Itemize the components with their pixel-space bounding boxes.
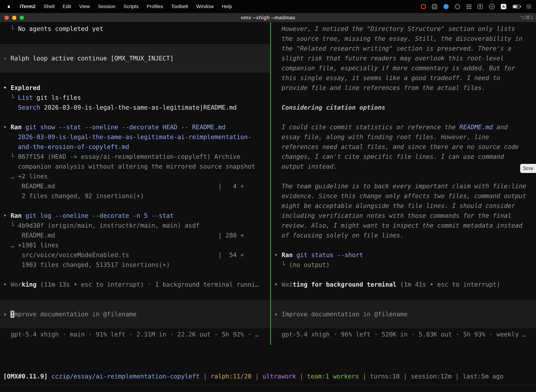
apple-menu-icon[interactable]	[6, 4, 12, 9]
text-cursor: I	[10, 311, 14, 318]
left-terminal-pane[interactable]: └ No agents completed yet› Ralph loop ac…	[0, 23, 270, 345]
text-segment: No agents completed yet	[18, 25, 103, 32]
menu-item-iterm2[interactable]: iTerm2	[20, 4, 36, 9]
blue-app-icon[interactable]	[444, 4, 449, 9]
menu-item-help[interactable]: Help	[222, 4, 232, 9]
text-segment: •	[274, 252, 282, 258]
terminal-line: companion file, especially if more comme…	[271, 63, 536, 73]
text-segment	[48, 373, 51, 380]
terminal-line	[271, 171, 536, 181]
stop-recording-icon[interactable]	[421, 4, 426, 9]
terminal-line: essay file, along with finding root file…	[271, 132, 536, 142]
charging-bolt-icon: ϟ	[513, 5, 520, 9]
menu-item-window[interactable]: Window	[196, 4, 214, 9]
text-segment: •	[3, 281, 10, 288]
right-pane-output: However, I noticed the "Directory Struct…	[271, 23, 536, 289]
terminal-line: 2 files changed, 92 insertions(+)	[0, 191, 270, 201]
menu-status-icons: 8.61Aϟ	[421, 4, 536, 9]
menu-item-view[interactable]: View	[79, 4, 90, 9]
right-input-line[interactable]: › Improve documentation in @filename	[271, 309, 408, 319]
text-segment: README.md	[459, 124, 493, 131]
terminal-line: › Improve documentation in @filename	[271, 309, 408, 319]
menu-item-shell[interactable]: Shell	[44, 4, 54, 9]
text-segment: The team guideline is to back every impo…	[274, 183, 526, 190]
omx-status-bar: [OMX#0.11.9] cczip/essay/ai-reimplementa…	[0, 367, 536, 385]
terminal-line: changes, I can't cite specific file line…	[271, 152, 536, 162]
text-segment: Wor	[10, 281, 22, 288]
terminal-line: Considering citation options	[271, 103, 536, 112]
text-segment: this single essay, it seems like a good …	[274, 75, 500, 81]
text-segment: 2026-03-09-is-legal-the-same-as-legitima…	[3, 134, 251, 140]
terminal-line: of focusing solely on file lines.	[271, 230, 536, 240]
terminal-line: might be acceptable alongside the file l…	[271, 201, 536, 211]
text-segment: session:12m	[411, 373, 452, 380]
key-8-icon[interactable]: 8	[478, 4, 483, 9]
terminal-line: this single essay, it seems like a good …	[271, 73, 536, 83]
text-segment: |	[296, 373, 307, 380]
terminal-line: companion analysis without altering the …	[0, 162, 270, 171]
apps-grid-icon[interactable]	[466, 4, 471, 9]
macos-menu-bar: iTerm2 ShellEditViewSessionScriptsProfil…	[0, 0, 536, 13]
text-segment: might be acceptable alongside the file l…	[274, 202, 515, 209]
terminal-line: and-the-erosion-of-copyleft.md	[0, 142, 270, 152]
text-segment: Ralph loop active continue [OMX_TMUX_INJ…	[10, 55, 174, 62]
terminal-line: └ 067f154 (HEAD -> essay/ai-reimplementa…	[0, 152, 270, 162]
terminal-line: 2026-03-09-is-legal-the-same-as-legitima…	[0, 132, 270, 142]
right-terminal-pane[interactable]: However, I noticed the "Directory Struct…	[271, 23, 536, 345]
text-segment: •	[3, 84, 10, 91]
text-segment: changes, I can't cite specific file line…	[274, 153, 504, 160]
terminal-line: • Ran git status --short	[271, 250, 536, 260]
text-segment: ralph:11/20	[211, 373, 251, 380]
battery-icon[interactable]: ϟ	[513, 5, 520, 9]
terminal-line	[0, 34, 270, 44]
text-segment: ›	[274, 311, 282, 318]
terminal-line: … +1901 lines	[0, 240, 270, 250]
terminal-line: I could cite commit statistics or refere…	[271, 122, 536, 132]
menu-item-profiles[interactable]: Profiles	[147, 4, 163, 9]
terminal-line: › Improve documentation in @filename	[0, 309, 137, 319]
menu-item-scripts[interactable]: Scripts	[124, 4, 139, 9]
text-segment: •	[3, 212, 10, 219]
terminal-line: └ 4b9d30f (origin/main, instructkr/main,…	[0, 221, 270, 230]
terminal-line	[0, 201, 270, 211]
terminal-line: review. Also, I might want to inspect th…	[271, 221, 536, 230]
text-segment: slight risk that future readers may over…	[274, 55, 504, 62]
text-segment: ultrawork	[263, 373, 296, 380]
text-segment: |	[452, 373, 463, 380]
window-title: omx --xhigh --madmax	[0, 13, 536, 23]
terminal-line: the "Related research writing" section i…	[271, 44, 536, 53]
screen-overlay-tab[interactable]: Scre	[520, 164, 536, 173]
terminal-line	[271, 270, 536, 280]
gauge-icon[interactable]: .61	[489, 4, 494, 9]
right-input-box[interactable]: › Improve documentation in @filename	[271, 299, 536, 329]
text-segment: the source tree, missing the essay. Stil…	[274, 35, 522, 42]
text-segment: |	[251, 373, 263, 380]
menu-item-toolbelt[interactable]: Toolbelt	[171, 4, 188, 9]
menu-extra-icon[interactable]	[526, 4, 531, 9]
text-segment: git status --short	[293, 252, 363, 258]
menu-items-group: ShellEditViewSessionScriptsProfilesToolb…	[44, 4, 232, 9]
terminal-line: The team guideline is to back every impo…	[271, 181, 536, 191]
terminal-line: 1903 files changed, 513517 insertions(+)	[0, 260, 270, 270]
left-input-box[interactable]: › Improve documentation in @filename	[0, 299, 270, 329]
text-segment: output instead.	[274, 163, 337, 170]
text-segment: However, I noticed the "Directory Struct…	[274, 25, 515, 32]
menu-item-session[interactable]: Session	[98, 4, 115, 9]
input-source-icon[interactable]: A	[501, 4, 506, 9]
text-segment: king	[22, 281, 36, 288]
inject-banner-line: › Ralph loop active continue [OMX_TMUX_I…	[0, 44, 270, 73]
text-segment: src/voice/voiceModeEnabled.ts | 54 +	[3, 252, 244, 258]
window-grid-icon[interactable]	[432, 4, 437, 9]
omx-status-line: [OMX#0.11.9] cczip/essay/ai-reimplementa…	[0, 371, 503, 381]
menu-item-edit[interactable]: Edit	[62, 4, 71, 9]
text-segment: Explored	[10, 84, 40, 91]
dark-app-icon[interactable]	[455, 4, 460, 9]
text-segment: turns:10	[370, 373, 400, 380]
text-segment: provide file and line references from th…	[274, 84, 485, 91]
terminal-line: … +2 lines	[0, 171, 270, 181]
terminal-line: including verification notes with those …	[271, 211, 536, 221]
text-segment: … +2 lines	[3, 173, 48, 180]
text-segment: List	[18, 94, 33, 101]
left-input-line[interactable]: › Improve documentation in @filename	[0, 309, 137, 319]
right-model-status: gpt-5.4 xhigh · 96% left · 520K in · 5.8…	[271, 330, 526, 339]
